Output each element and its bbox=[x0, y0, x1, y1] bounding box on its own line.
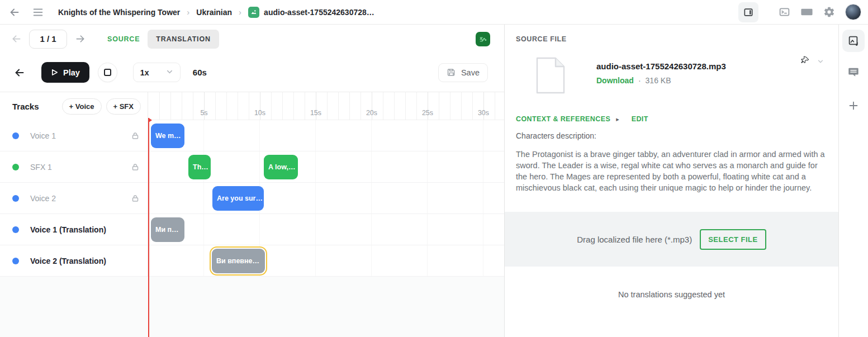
track-name: Voice 2 bbox=[30, 194, 56, 203]
chevron-down-icon[interactable] bbox=[817, 58, 824, 65]
add-panel-icon[interactable] bbox=[842, 94, 865, 117]
localized-file-dropzone[interactable]: Drag localized file here (*.mp3) SELECT … bbox=[505, 212, 838, 267]
track-label[interactable]: Voice 2 (Translation) bbox=[0, 245, 148, 277]
ruler-gridline bbox=[439, 92, 439, 120]
track-color-dot bbox=[12, 195, 19, 202]
track-label[interactable]: Voice 1 (Translation) bbox=[0, 214, 148, 245]
track-row: Voice 1 (Translation)Ми п… bbox=[0, 214, 504, 245]
track-color-dot bbox=[12, 258, 19, 264]
keyboard-icon[interactable] bbox=[800, 6, 813, 18]
media-file-tab-icon[interactable] bbox=[842, 30, 865, 52]
tab-source[interactable]: SOURCE bbox=[107, 35, 140, 43]
add-voice-button[interactable]: + Voice bbox=[62, 98, 102, 115]
file-document-icon bbox=[535, 56, 566, 97]
timeline-empty-area bbox=[0, 277, 504, 337]
hamburger-menu-icon[interactable] bbox=[30, 4, 46, 20]
track-label[interactable]: SFX 1 bbox=[0, 151, 148, 183]
track-color-dot bbox=[12, 164, 19, 170]
right-toolbar-rail bbox=[838, 25, 868, 337]
timeline-ruler[interactable]: 5s10s15s20s25s30s bbox=[148, 92, 504, 120]
ruler-gridline bbox=[349, 92, 350, 120]
track-lane: Ми п… bbox=[148, 214, 504, 245]
ruler-tick-label: 20s bbox=[363, 109, 380, 117]
ruler-tick-label: 30s bbox=[475, 109, 492, 117]
ruler-gridline bbox=[472, 92, 473, 120]
lock-icon[interactable] bbox=[131, 131, 140, 140]
editor-pane: 1 / 1 SOURCE TRANSLATION Play 1x bbox=[0, 25, 505, 337]
lock-icon[interactable] bbox=[131, 194, 140, 203]
previous-page-icon[interactable] bbox=[9, 32, 23, 46]
audio-clip[interactable]: Ви впевне… bbox=[212, 249, 265, 273]
terminal-icon[interactable] bbox=[779, 6, 790, 18]
ruler-gridline bbox=[271, 92, 272, 120]
panel-toggle-icon[interactable] bbox=[738, 2, 758, 22]
localization-app-icon[interactable] bbox=[476, 32, 490, 46]
ruler-tick-label: 25s bbox=[419, 109, 436, 117]
separator-dot: · bbox=[638, 76, 641, 85]
top-bar: Knights of the Whispering Tower › Ukrain… bbox=[0, 0, 868, 25]
track-label[interactable]: Voice 1 bbox=[0, 120, 148, 151]
audio-clip[interactable]: A low,… bbox=[264, 155, 298, 179]
back-icon[interactable] bbox=[7, 4, 22, 20]
ruler-gridline bbox=[226, 92, 227, 120]
track-rows: Voice 1We m…SFX 1Th…A low,…Voice 2Are yo… bbox=[0, 120, 504, 277]
play-button[interactable]: Play bbox=[41, 62, 89, 83]
track-lane: Are you sur… bbox=[148, 183, 504, 214]
total-duration-label: 60s bbox=[193, 68, 207, 77]
comments-tab-icon[interactable] bbox=[842, 61, 865, 83]
stop-button[interactable] bbox=[98, 63, 117, 82]
add-sfx-button[interactable]: + SFX bbox=[106, 98, 141, 115]
characters-description-label: Characters description: bbox=[505, 131, 838, 140]
settings-gear-icon[interactable] bbox=[823, 6, 835, 18]
breadcrumb-language[interactable]: Ukrainian bbox=[196, 8, 232, 17]
ruler-gridline bbox=[338, 92, 339, 120]
audio-clip[interactable]: We m… bbox=[151, 124, 184, 148]
audio-clip[interactable]: Th… bbox=[188, 155, 211, 179]
edit-context-link[interactable]: EDIT bbox=[632, 115, 648, 123]
file-name: audio-asset-1755242630728.mp3 bbox=[596, 61, 726, 71]
track-label[interactable]: Voice 2 bbox=[0, 183, 148, 214]
audio-clip[interactable]: Ми п… bbox=[151, 217, 184, 242]
transport-bar: Play 1x 60s Save bbox=[0, 53, 504, 92]
pin-icon[interactable] bbox=[800, 55, 810, 65]
save-button[interactable]: Save bbox=[438, 63, 488, 82]
track-lane: Ви впевне… bbox=[148, 245, 504, 277]
stop-icon bbox=[104, 69, 111, 76]
breadcrumb: Knights of the Whispering Tower › Ukrain… bbox=[58, 7, 374, 18]
breadcrumb-asset[interactable]: audio-asset-1755242630728… bbox=[248, 7, 374, 18]
expand-arrow-icon: ▸ bbox=[616, 116, 619, 123]
playback-speed-select[interactable]: 1x bbox=[133, 63, 181, 82]
ruler-gridline bbox=[215, 92, 216, 120]
track-lane: We m… bbox=[148, 120, 504, 151]
source-file-row: audio-asset-1755242630728.mp3 Download ·… bbox=[535, 56, 838, 97]
lock-icon[interactable] bbox=[131, 163, 140, 172]
page-indicator[interactable]: 1 / 1 bbox=[29, 30, 67, 49]
user-avatar[interactable] bbox=[845, 4, 861, 20]
track-row: Voice 2 (Translation)Ви впевне… bbox=[0, 245, 504, 277]
context-references-link[interactable]: CONTEXT & REFERENCES bbox=[516, 115, 610, 123]
next-page-icon[interactable] bbox=[73, 32, 87, 46]
rewind-to-start-icon[interactable] bbox=[12, 65, 27, 80]
tab-translation[interactable]: TRANSLATION bbox=[148, 30, 219, 49]
ruler-gridline bbox=[361, 92, 361, 120]
download-link[interactable]: Download bbox=[596, 76, 634, 85]
track-color-dot bbox=[12, 132, 19, 139]
ruler-gridline bbox=[293, 92, 294, 120]
chevron-down-icon bbox=[166, 68, 173, 78]
timeline-region: Tracks + Voice + SFX 5s10s15s20s25s30s V… bbox=[0, 92, 504, 337]
track-name: Voice 1 (Translation) bbox=[30, 225, 106, 234]
panel-title: SOURCE FILE bbox=[505, 25, 838, 43]
track-name: Voice 1 bbox=[30, 131, 56, 140]
ruler-gridline bbox=[495, 92, 495, 120]
audio-clip[interactable]: Are you sur… bbox=[212, 186, 264, 211]
breadcrumb-project[interactable]: Knights of the Whispering Tower bbox=[58, 8, 180, 17]
playhead[interactable] bbox=[148, 118, 149, 337]
ruler-gridline bbox=[416, 92, 417, 120]
play-icon bbox=[51, 69, 58, 76]
track-color-dot bbox=[12, 226, 19, 233]
ruler-tick-label: 10s bbox=[252, 109, 268, 117]
track-lane: Th…A low,… bbox=[148, 151, 504, 183]
editor-header: 1 / 1 SOURCE TRANSLATION bbox=[0, 25, 504, 53]
dropzone-hint: Drag localized file here (*.mp3) bbox=[577, 235, 692, 244]
select-file-button[interactable]: SELECT FILE bbox=[700, 229, 766, 250]
